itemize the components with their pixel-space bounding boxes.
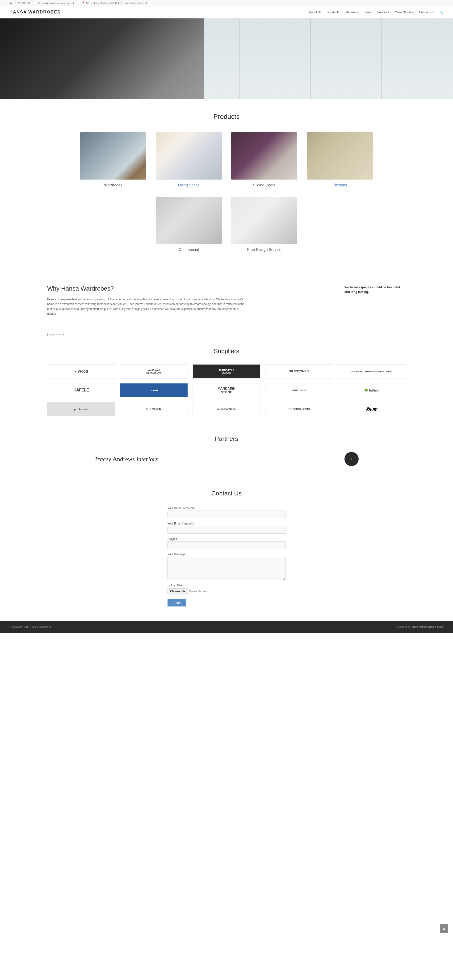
supplier-ocean-label: ocean (150, 389, 158, 392)
product-label-wardrobes: Wardrobes (104, 183, 122, 187)
message-textarea[interactable] (168, 557, 285, 580)
partner-badge[interactable]: ✦ (344, 452, 359, 466)
header: HANSA WARDROBES About Us Products Materi… (0, 6, 453, 18)
supplier-assaabloy-label: ASSA ABLOY (146, 371, 162, 374)
supplier-turnstyle-label: TURNSTYLE (219, 369, 234, 372)
send-button[interactable]: Send (168, 599, 186, 606)
supplier-brooksbros-label: BROOKS BROS (288, 407, 310, 411)
wardrobe-panel (417, 18, 453, 99)
supplier-mandarin[interactable]: MANDARIN STONE (193, 383, 260, 398)
supplier-latham-label: 🌳 latham (364, 388, 380, 392)
wardrobe-panel (204, 18, 239, 99)
product-image-sliding (231, 132, 297, 180)
wardrobe-panel (275, 18, 311, 99)
product-wardrobes[interactable]: Wardrobes (80, 132, 146, 187)
hero-banner (0, 18, 453, 99)
name-input[interactable] (168, 511, 285, 519)
email: ✉ info@hansawardrobes.co.uk (38, 2, 74, 5)
product-image-wardrobes (80, 132, 146, 180)
phone: 📞 01622 430 103 (10, 2, 31, 5)
search-icon[interactable]: 🔍 (440, 10, 443, 14)
supplier-egger[interactable]: E EGGER (120, 402, 188, 416)
supplier-brunos[interactable]: brunospin (265, 383, 333, 398)
supplier-latham[interactable]: 🌳 latham (338, 383, 406, 398)
supplier-blum[interactable]: ʄblum (338, 402, 406, 416)
supplier-hafele[interactable]: HÄFELE (47, 383, 115, 398)
email-label: Your Email (required) (168, 522, 285, 525)
wardrobe-panel (311, 18, 346, 99)
product-label-living: Living Space (178, 183, 200, 187)
upload-label: Upload File (168, 584, 285, 587)
name-label: Your Name (required) (168, 506, 285, 510)
subject-input[interactable] (168, 541, 285, 549)
nav-products[interactable]: Products (328, 10, 339, 14)
supplier-gm-label: GM NATURAL STONE & DESIGN COMPANY (350, 370, 394, 372)
supplier-gm[interactable]: GM NATURAL STONE & DESIGN COMPANY (338, 364, 406, 379)
product-living[interactable]: Living Space (156, 132, 222, 187)
supplier-valli[interactable]: Valli&Valli ASSA ABLOY (120, 364, 188, 379)
products-section: Products Wardrobes Living Space Sliding … (0, 99, 453, 271)
nav-services[interactable]: Services (377, 10, 389, 14)
partner-tracey-label: Tracey Andrews Interiors (94, 456, 158, 463)
supplier-brunos-label: brunospin (292, 389, 306, 392)
product-image-commercial (156, 197, 222, 244)
supplier-gkennett[interactable]: grd kennett (47, 402, 115, 416)
name-group: Your Name (required) (168, 506, 285, 519)
product-label-commercial: Commercial (179, 248, 199, 252)
file-chosen-text: No file chosen (189, 590, 207, 593)
supplier-brooksbros[interactable]: BROOKS BROS (265, 402, 333, 416)
file-upload-row: Choose File No file chosen (168, 588, 285, 594)
footer-designer: Designed by Stella website design studio (396, 625, 443, 628)
nav-case-studies[interactable]: Case Studies (395, 10, 413, 14)
why-section: We believe quality should be beautiful a… (0, 271, 453, 331)
product-design[interactable]: Free Design Service (231, 197, 297, 252)
supplier-mandarin-label: MANDARIN (217, 387, 236, 390)
wardrobe-panel (382, 18, 417, 99)
wardrobe-panel (239, 18, 275, 99)
product-image-living (156, 132, 222, 180)
product-image-design (231, 197, 297, 244)
supplier-turnstyle[interactable]: TURNSTYLE DESIGNS (193, 364, 260, 379)
nav-about[interactable]: About Us (309, 10, 322, 14)
supplier-silestone[interactable]: SILESTONE S (265, 364, 333, 379)
contact-section: Contact Us Your Name (required) Your Ema… (0, 476, 453, 620)
supplier-ocean[interactable]: ocean (120, 383, 188, 398)
choose-file-button[interactable]: Choose File (168, 588, 188, 594)
partners-row: Tracey Andrews Interiors ✦ (47, 452, 406, 466)
why-quote: We believe quality should be beautiful a… (344, 285, 406, 294)
message-label: Your Message (168, 553, 285, 556)
why-title: Why Hansa Wardrobes? (47, 285, 262, 292)
product-image-kitchens (307, 132, 373, 180)
contact-title: Contact Us (47, 490, 406, 497)
supplier-hafele-label: HÄFELE (73, 388, 89, 393)
supplier-iwood[interactable]: ●iWood (47, 364, 115, 379)
supplier-caesarstone[interactable]: ◎ caesarstone (193, 402, 260, 416)
main-nav: About Us Products Materials Ideas Servic… (309, 10, 443, 14)
subject-label: Subject (168, 537, 285, 541)
partner-tracey[interactable]: Tracey Andrews Interiors (94, 455, 158, 463)
nav-contact[interactable]: Contact us (419, 10, 434, 14)
supplier-iwood-label: ●iWood (74, 369, 88, 374)
email-group: Your Email (required) (168, 522, 285, 534)
partners-section: Partners Tracey Andrews Interiors ✦ (0, 426, 453, 476)
product-commercial[interactable]: Commercial (156, 197, 222, 252)
upload-group: Upload File Choose File No file chosen (168, 584, 285, 594)
email-input[interactable] (168, 526, 285, 534)
suppliers-title: Suppliers (47, 348, 406, 355)
nav-ideas[interactable]: Ideas (364, 10, 371, 14)
supplier-silestone-label: SILESTONE S (289, 369, 309, 373)
supplier-gkennett-label: grd kennett (74, 408, 88, 410)
top-bar: 📞 01622 430 103 ✉ info@hansawardrobes.co… (0, 0, 453, 6)
supplier-mandarin-sub: STONE (221, 390, 232, 394)
products-grid: Wardrobes Living Space Sliding Doors Kit… (47, 132, 406, 252)
nav-materials[interactable]: Materials (345, 10, 358, 14)
product-label-kitchens: Kitchens (333, 183, 347, 187)
footer-designer-link[interactable]: Stella website design studio (412, 625, 443, 628)
supplier-valli-label: Valli&Valli (148, 369, 160, 371)
product-kitchens[interactable]: Kitchens (307, 132, 373, 187)
product-sliding[interactable]: Sliding Doors (231, 132, 297, 187)
products-title: Products (47, 113, 406, 121)
logo[interactable]: HANSA WARDROBES (10, 10, 61, 15)
partner-badge-label: ✦ (351, 458, 353, 460)
supplier-blum-label: ʄblum (366, 407, 378, 412)
